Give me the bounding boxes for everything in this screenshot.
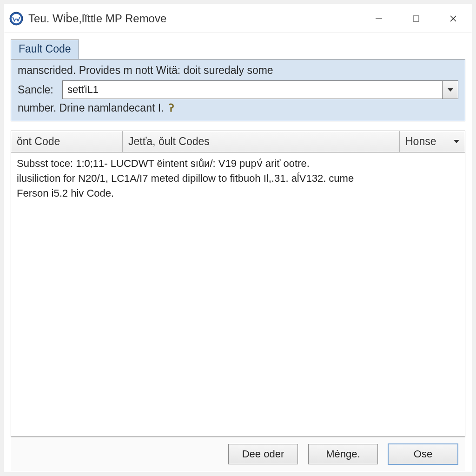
chevron-down-icon [448, 88, 453, 92]
window-title: Teu. Wiḃe,lĭttle MP Remove [28, 12, 360, 25]
header-panel: manscrided. Provides m nott Witä: doit s… [11, 59, 465, 121]
maximize-button[interactable] [397, 4, 435, 33]
app-icon [9, 11, 24, 26]
sancle-label: Sancle: [18, 84, 62, 96]
column-header-code[interactable]: ŏnt Code [11, 131, 123, 152]
header-description: manscrided. Provides m nott Witä: doit s… [18, 64, 458, 77]
sancle-combobox[interactable] [62, 80, 458, 99]
close-button[interactable] [435, 4, 472, 33]
dee-oder-button[interactable]: Dee oder [228, 444, 298, 464]
footer: Dee oder Mėnge. Ose [11, 437, 465, 472]
menge-button[interactable]: Mėnge. [308, 444, 378, 464]
sancle-input[interactable] [63, 81, 442, 99]
tab-fault-code[interactable]: Fault Code [11, 40, 79, 59]
svg-rect-3 [413, 16, 419, 21]
tab-row: Fault Code [11, 39, 465, 59]
column-header-honse-label: Honse [405, 135, 436, 148]
column-header-jetta[interactable]: Jetťa, ŏult Codes [123, 131, 400, 152]
content-area: Fault Code manscrided. Provides m nott W… [4, 33, 472, 472]
table-body: Subsst toce: 1:0;11- LUCDWT ëintent sıůи… [11, 152, 465, 436]
table-header: ŏnt Code Jetťa, ŏult Codes Honse [11, 131, 465, 152]
column-header-honse[interactable]: Honse [400, 131, 465, 152]
titlebar: Teu. Wiḃe,lĭttle MP Remove [4, 4, 472, 33]
subline-text: number. Drine namlandecant I. [18, 102, 164, 114]
app-window: Teu. Wiḃe,lĭttle MP Remove Fault Code ma… [4, 4, 472, 472]
window-buttons [360, 4, 472, 33]
header-subline: number. Drine namlandecant I. ʔ [18, 102, 458, 114]
sancle-field: Sancle: [18, 80, 458, 99]
ose-button[interactable]: Ose [388, 444, 458, 464]
chevron-down-icon [454, 140, 459, 143]
help-icon[interactable]: ʔ [167, 103, 176, 114]
minimize-button[interactable] [360, 4, 397, 33]
sancle-dropdown-button[interactable] [442, 81, 458, 99]
details-table: ŏnt Code Jetťa, ŏult Codes Honse Subsst … [11, 131, 465, 437]
